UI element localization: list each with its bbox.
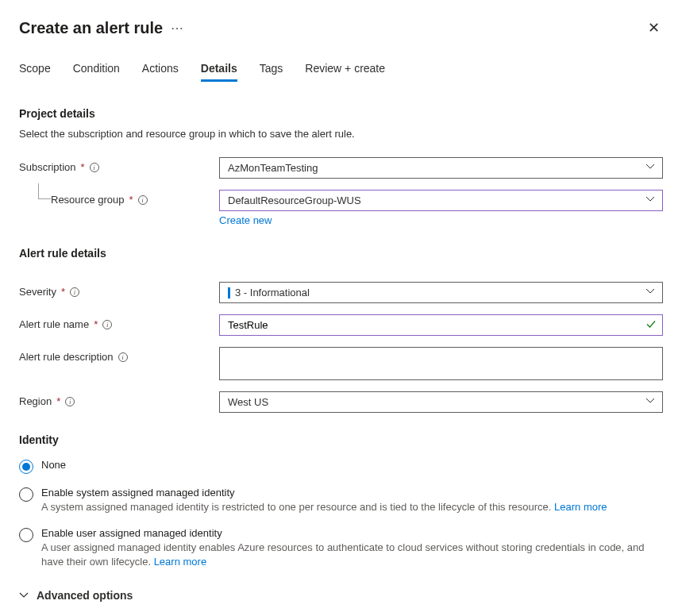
alert-rule-details-heading: Alert rule details [19,247,663,260]
advanced-options-label: Advanced options [37,589,133,602]
chevron-down-icon [646,289,654,297]
project-details-heading: Project details [19,107,663,120]
page-title: Create an alert rule [19,19,163,37]
chevron-down-icon [646,164,654,172]
info-icon[interactable]: i [118,352,128,362]
tab-actions[interactable]: Actions [142,62,179,82]
tabs-bar: Scope Condition Actions Details Tags Rev… [19,62,663,82]
region-label: Region [19,395,52,407]
severity-color-bar [228,287,230,298]
identity-user-label: Enable user assigned managed identity [41,527,663,539]
resource-group-value: DefaultResourceGroup-WUS [228,194,361,206]
info-icon[interactable]: i [65,397,75,406]
required-asterisk: * [56,395,60,407]
tree-connector [38,183,51,199]
chevron-down-icon [646,197,654,205]
required-asterisk: * [61,286,65,298]
region-select[interactable]: West US [219,391,663,413]
identity-none-label: None [41,459,663,471]
region-value: West US [228,396,268,408]
close-icon[interactable]: ✕ [645,16,663,40]
subscription-select[interactable]: AzMonTeamTesting [219,157,663,179]
tab-review-create[interactable]: Review + create [305,62,385,82]
chevron-down-icon [19,592,29,599]
info-icon[interactable]: i [102,320,112,329]
tab-details[interactable]: Details [201,62,237,82]
tab-tags[interactable]: Tags [260,62,283,82]
info-icon[interactable]: i [70,287,79,297]
chevron-down-icon [646,398,654,406]
identity-system-description: A system assigned managed identity is re… [41,501,551,513]
identity-radio-system[interactable] [19,487,33,502]
subscription-value: AzMonTeamTesting [228,162,318,174]
severity-select[interactable]: 3 - Informational [219,282,663,303]
alert-rule-name-input[interactable] [219,314,663,336]
info-icon[interactable]: i [138,195,148,205]
identity-system-learn-more-link[interactable]: Learn more [554,501,607,513]
identity-user-description: A user assigned managed identity enables… [41,541,645,568]
tab-condition[interactable]: Condition [73,62,120,82]
resource-group-select[interactable]: DefaultResourceGroup-WUS [219,190,663,211]
alert-rule-description-input[interactable] [219,347,663,380]
valid-check-icon [645,318,657,332]
severity-label: Severity [19,286,56,298]
more-options-icon[interactable]: ⋯ [171,21,184,36]
identity-user-learn-more-link[interactable]: Learn more [154,556,206,568]
alert-rule-description-label: Alert rule description [19,351,114,363]
required-asterisk: * [81,161,85,173]
required-asterisk: * [94,318,98,330]
subscription-label: Subscription [19,161,76,173]
identity-system-label: Enable system assigned managed identity [41,487,663,499]
identity-radio-user[interactable] [19,528,33,542]
identity-radio-none[interactable] [19,460,33,474]
tab-scope[interactable]: Scope [19,62,51,82]
alert-rule-name-label: Alert rule name [19,318,89,330]
create-new-link[interactable]: Create new [219,214,272,226]
resource-group-label: Resource group [51,194,125,206]
identity-heading: Identity [19,433,663,446]
advanced-options-toggle[interactable]: Advanced options [19,589,663,602]
severity-value: 3 - Informational [235,287,310,298]
project-details-helper: Select the subscription and resource gro… [19,128,663,140]
info-icon[interactable]: i [90,163,99,172]
required-asterisk: * [129,194,133,206]
